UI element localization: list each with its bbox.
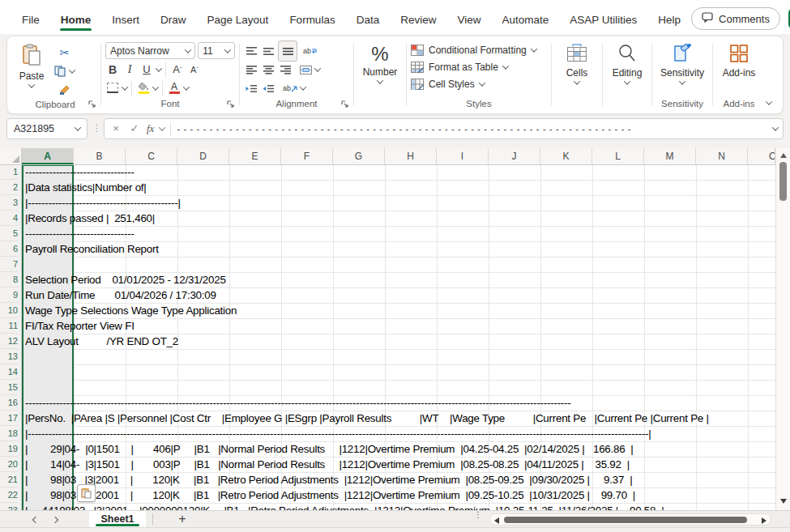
row-header-6[interactable]: 6 xyxy=(0,241,18,257)
column-header-h[interactable]: H xyxy=(385,148,437,164)
formula-input[interactable]: ----------------------------------------… xyxy=(177,124,767,134)
cell-row-10[interactable]: Wage Type Selections Wage Type Applicati… xyxy=(22,303,237,318)
merge-center-button[interactable] xyxy=(298,62,313,78)
fill-color-button[interactable] xyxy=(136,80,151,96)
borders-chevron-icon[interactable] xyxy=(122,83,128,90)
row-header-7[interactable]: 7 xyxy=(0,257,18,272)
row-header-3[interactable]: 3 xyxy=(0,195,18,211)
increase-font-size-button[interactable]: Aˆ xyxy=(170,62,185,78)
paste-options-button[interactable] xyxy=(77,484,96,502)
menu-tab-data[interactable]: Data xyxy=(346,14,391,34)
column-header-i[interactable]: I xyxy=(437,148,489,164)
decrease-indent-button[interactable] xyxy=(244,80,258,96)
bold-button[interactable]: B xyxy=(105,62,120,78)
merge-chevron-icon[interactable] xyxy=(314,66,321,72)
cell-row-3[interactable]: |---------------------------------------… xyxy=(22,195,181,211)
menu-tab-home[interactable]: Home xyxy=(50,14,102,34)
sheet-nav-left-icon[interactable] xyxy=(29,513,42,526)
column-header-a[interactable]: A xyxy=(22,148,74,164)
row-header-13[interactable]: 13 xyxy=(0,349,18,364)
cancel-button[interactable]: × xyxy=(109,122,122,134)
row-header-9[interactable]: 9 xyxy=(0,287,18,303)
underline-chevron-icon[interactable] xyxy=(156,65,162,71)
menu-tab-file[interactable]: File xyxy=(11,14,50,34)
menu-tab-insert[interactable]: Insert xyxy=(101,14,150,34)
scroll-up-icon[interactable] xyxy=(780,153,787,158)
column-header-f[interactable]: F xyxy=(281,148,333,164)
ribbon-collapse-icon[interactable] xyxy=(766,98,772,104)
align-center-button[interactable] xyxy=(261,62,275,78)
borders-button[interactable] xyxy=(105,80,120,96)
row-header-12[interactable]: 12 xyxy=(0,334,18,349)
font-color-button[interactable]: A xyxy=(167,80,181,96)
scroll-down-icon[interactable] xyxy=(780,499,787,504)
menu-tab-help[interactable]: Help xyxy=(647,14,691,34)
align-right-button[interactable] xyxy=(278,62,293,78)
row-header-18[interactable]: 18 xyxy=(0,426,18,441)
scroll-left-icon[interactable] xyxy=(494,517,499,524)
row-header-19[interactable]: 19 xyxy=(0,441,18,457)
horizontal-scrollbar-thumb[interactable] xyxy=(504,517,747,523)
row-header-16[interactable]: 16 xyxy=(0,395,18,411)
vertical-scrollbar[interactable] xyxy=(775,148,790,510)
underline-button[interactable]: U xyxy=(139,62,154,78)
align-bottom-button[interactable] xyxy=(278,40,297,62)
cell-row-7[interactable] xyxy=(22,257,25,272)
add-ins-button[interactable]: Add-ins xyxy=(717,41,761,97)
italic-button[interactable]: I xyxy=(122,62,137,78)
menu-tab-asap-utilities[interactable]: ASAP Utilities xyxy=(559,14,647,34)
sheet-tab-sheet1[interactable]: Sheet1 xyxy=(89,511,146,527)
column-header-j[interactable]: J xyxy=(489,148,540,164)
menu-tab-automate[interactable]: Automate xyxy=(491,14,559,34)
row-header-10[interactable]: 10 xyxy=(0,303,18,318)
cell-row-9[interactable]: Run Date/Time 01/04/2026 / 17:30:09 xyxy=(22,287,216,303)
increase-indent-button[interactable] xyxy=(261,80,275,96)
enter-button[interactable]: ✓ xyxy=(128,122,141,134)
scroll-right-icon[interactable] xyxy=(762,517,767,524)
cell-row-1[interactable]: -------------------------------- xyxy=(22,164,135,180)
column-header-k[interactable]: K xyxy=(540,148,592,164)
orientation-button[interactable]: ab xyxy=(283,80,298,96)
align-left-button[interactable] xyxy=(244,62,258,78)
formula-bar-expand-icon[interactable] xyxy=(772,124,779,130)
cell-row-6[interactable]: Payroll Reconciliation Report xyxy=(22,241,159,257)
row-header-14[interactable]: 14 xyxy=(0,364,18,380)
align-top-button[interactable] xyxy=(244,43,258,59)
menu-tab-view[interactable]: View xyxy=(446,14,491,34)
fill-color-chevron-icon[interactable] xyxy=(152,83,159,90)
row-header-1[interactable]: 1 xyxy=(0,164,18,180)
cell-row-11[interactable]: FI/Tax Reporter View FI xyxy=(22,318,135,334)
menu-tab-formulas[interactable]: Formulas xyxy=(279,14,345,34)
cells-button[interactable]: Cells xyxy=(556,41,598,97)
sensitivity-button[interactable]: Sensitivity xyxy=(656,41,708,97)
column-header-o[interactable]: O xyxy=(748,148,775,164)
row-header-22[interactable]: 22 xyxy=(0,487,18,503)
clipboard-dialog-launcher[interactable] xyxy=(88,100,96,109)
format-painter-button[interactable] xyxy=(54,82,75,98)
formula-bar-handle[interactable]: ⋮ xyxy=(92,126,99,130)
add-sheet-button[interactable]: + xyxy=(174,511,190,527)
column-header-c[interactable]: C xyxy=(126,148,177,164)
row-header-23[interactable]: 23 xyxy=(0,503,18,510)
cell-row-2[interactable]: |Data statistics|Number of| xyxy=(22,180,147,195)
format-as-table-button[interactable]: Format as Table xyxy=(411,58,547,75)
insert-function-button[interactable]: fx xyxy=(147,122,154,135)
orientation-chevron-icon[interactable] xyxy=(300,84,306,91)
column-header-d[interactable]: D xyxy=(177,148,229,164)
paste-button[interactable]: Paste xyxy=(14,41,49,98)
select-all-button[interactable] xyxy=(0,148,22,164)
cell-row-19[interactable]: | 29|04- |0|1501 | 406|P |B1 |Normal Per… xyxy=(22,441,634,457)
wrap-text-button[interactable]: ab xyxy=(303,43,318,59)
decrease-font-size-button[interactable]: Aˇ xyxy=(187,62,202,78)
cell-row-18[interactable]: |---------------------------------------… xyxy=(22,426,651,441)
cell-row-22[interactable]: | 98|03 |3|2001 | 120|K |B1 |Retro Perio… xyxy=(22,487,635,503)
font-dialog-launcher[interactable] xyxy=(226,100,235,109)
cell-row-14[interactable] xyxy=(22,364,25,380)
cell-styles-button[interactable]: Cell Styles xyxy=(411,75,547,92)
font-size-select[interactable]: 11 xyxy=(198,42,235,59)
worksheet-grid[interactable]: A B C D E F G H I J K L M N O 1 2 3 4 5 … xyxy=(0,148,775,510)
row-header-2[interactable]: 2 xyxy=(0,180,18,195)
menu-tab-draw[interactable]: Draw xyxy=(150,14,197,34)
vertical-scrollbar-thumb[interactable] xyxy=(779,162,787,201)
conditional-formatting-button[interactable]: Conditional Formatting xyxy=(411,41,547,58)
